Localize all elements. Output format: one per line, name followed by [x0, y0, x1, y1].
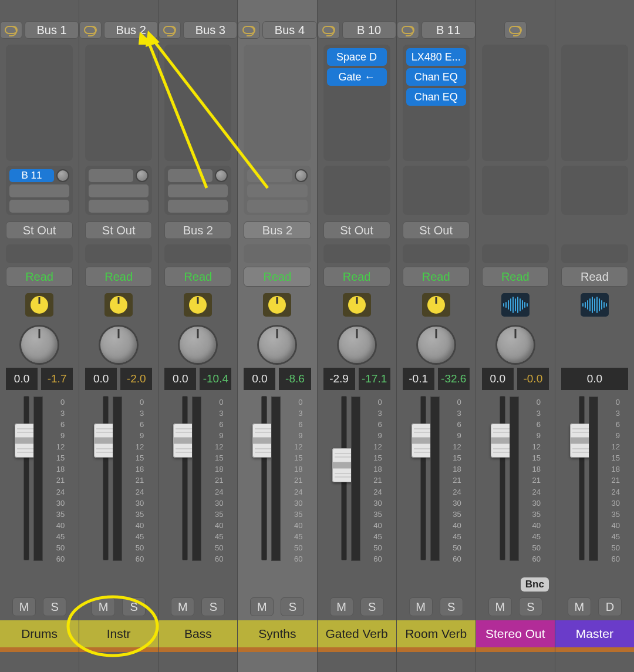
stereo-icon[interactable]: [158, 21, 181, 39]
plugin-slot[interactable]: Space D: [327, 48, 387, 66]
group-slot[interactable]: [482, 244, 549, 263]
solo-button[interactable]: S: [122, 597, 146, 616]
inserts-bg[interactable]: Space DGate ←: [323, 45, 390, 161]
input-bus[interactable]: Bus 4: [262, 21, 316, 39]
sends-bg[interactable]: [244, 166, 311, 215]
pan-knob[interactable]: [259, 327, 295, 363]
pan-indicator-icon[interactable]: [184, 293, 212, 317]
input-bus[interactable]: Bus 1: [25, 21, 79, 39]
group-slot[interactable]: [244, 244, 311, 263]
inserts-bg[interactable]: LX480 E...Chan EQChan EQ: [403, 45, 470, 161]
send-label[interactable]: [168, 200, 228, 213]
mute-button[interactable]: M: [488, 597, 512, 616]
channel-name[interactable]: Synths: [238, 620, 316, 647]
solo-button[interactable]: S: [360, 597, 384, 616]
stereo-icon[interactable]: [397, 21, 419, 39]
send-knob[interactable]: [215, 169, 228, 182]
sends-bg[interactable]: [403, 166, 470, 215]
group-slot[interactable]: [403, 244, 470, 263]
mute-button[interactable]: M: [409, 597, 433, 616]
stereo-icon[interactable]: [79, 21, 102, 39]
pan-knob[interactable]: [497, 327, 534, 363]
send-label[interactable]: [89, 169, 133, 182]
mute-button[interactable]: M: [330, 597, 353, 616]
channel-name[interactable]: Stereo Out: [476, 620, 555, 647]
send-label[interactable]: [168, 169, 213, 182]
output-slot[interactable]: St Out: [323, 221, 390, 239]
channel-name[interactable]: Instr: [79, 620, 158, 647]
fader-track[interactable]: [500, 396, 505, 560]
group-slot[interactable]: [561, 244, 628, 263]
plugin-slot[interactable]: Gate ←: [327, 68, 387, 86]
fader-track[interactable]: [182, 396, 188, 560]
pan-knob[interactable]: [21, 327, 58, 363]
sends-bg[interactable]: [85, 166, 152, 215]
solo-button[interactable]: S: [519, 597, 542, 616]
send-knob[interactable]: [136, 169, 149, 182]
send-label[interactable]: [9, 200, 69, 213]
automation-mode[interactable]: Read: [85, 267, 152, 287]
channel-name[interactable]: Master: [555, 620, 634, 647]
channel-name[interactable]: Gated Verb: [318, 620, 396, 647]
automation-mode[interactable]: Read: [482, 267, 549, 287]
mute-button[interactable]: M: [568, 597, 591, 616]
fader-track[interactable]: [420, 396, 426, 560]
send-label[interactable]: [168, 184, 228, 197]
plugin-slot[interactable]: Chan EQ: [406, 68, 466, 86]
fader-track[interactable]: [579, 396, 585, 560]
mute-button[interactable]: M: [171, 597, 194, 616]
send-knob[interactable]: [56, 169, 69, 182]
group-slot[interactable]: [6, 244, 73, 263]
sends-bg[interactable]: [561, 166, 628, 215]
fader-track[interactable]: [103, 396, 109, 560]
output-slot[interactable]: Bus 2: [164, 221, 231, 239]
pan-knob[interactable]: [418, 327, 454, 363]
automation-mode[interactable]: Read: [323, 267, 390, 287]
bounce-button[interactable]: Bnc: [521, 577, 549, 592]
solo-button[interactable]: S: [281, 597, 304, 616]
stereo-icon[interactable]: [238, 21, 260, 39]
sends-bg[interactable]: [482, 166, 549, 215]
group-slot[interactable]: [164, 244, 231, 263]
solo-button[interactable]: S: [440, 597, 463, 616]
fader-track[interactable]: [23, 396, 29, 560]
fader-track[interactable]: [341, 396, 347, 560]
send-label[interactable]: [89, 200, 149, 213]
group-slot[interactable]: [323, 244, 390, 263]
waveform-icon[interactable]: [581, 293, 609, 317]
mute-button[interactable]: M: [250, 597, 274, 616]
mute-button[interactable]: M: [12, 597, 36, 616]
inserts-bg[interactable]: [561, 45, 628, 161]
send-label[interactable]: [9, 184, 69, 197]
input-bus[interactable]: B 10: [342, 21, 396, 39]
mute-button[interactable]: M: [92, 597, 115, 616]
send-label[interactable]: B 11: [9, 169, 54, 182]
output-slot[interactable]: St Out: [403, 221, 470, 239]
send-label[interactable]: [89, 184, 149, 197]
channel-name[interactable]: Room Verb: [397, 620, 476, 647]
solo-button[interactable]: S: [43, 597, 66, 616]
solo-button[interactable]: S: [201, 597, 225, 616]
inserts-bg[interactable]: [482, 45, 549, 161]
plugin-slot[interactable]: Chan EQ: [406, 88, 466, 106]
input-bus[interactable]: Bus 3: [183, 21, 237, 39]
automation-mode[interactable]: Read: [164, 267, 231, 287]
dim-button[interactable]: D: [598, 597, 622, 616]
inserts-bg[interactable]: [164, 45, 231, 161]
send-label[interactable]: [247, 184, 307, 197]
output-slot[interactable]: Bus 2: [244, 221, 311, 239]
output-slot[interactable]: St Out: [85, 221, 152, 239]
sends-bg[interactable]: [164, 166, 231, 215]
pan-indicator-icon[interactable]: [25, 293, 53, 317]
output-slot[interactable]: St Out: [6, 221, 73, 239]
inserts-bg[interactable]: [85, 45, 152, 161]
send-label[interactable]: [247, 200, 307, 213]
group-slot[interactable]: [85, 244, 152, 263]
stereo-icon[interactable]: [318, 21, 340, 39]
waveform-icon[interactable]: [501, 293, 530, 317]
inserts-bg[interactable]: [6, 45, 73, 161]
plugin-slot[interactable]: LX480 E...: [406, 48, 466, 66]
sends-bg[interactable]: B 11: [6, 166, 73, 215]
inserts-bg[interactable]: [244, 45, 311, 161]
send-knob[interactable]: [295, 169, 308, 182]
